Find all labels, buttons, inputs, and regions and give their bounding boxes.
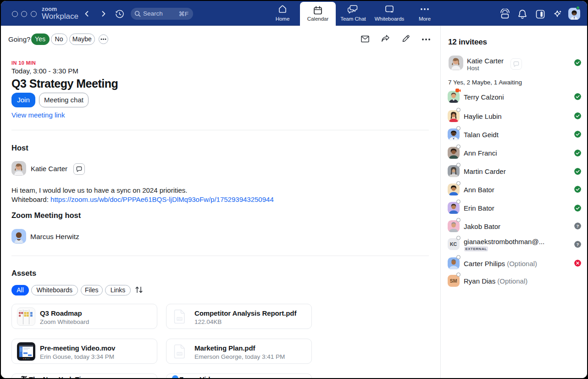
svg-text:PDF: PDF bbox=[177, 352, 183, 355]
svg-text:?: ? bbox=[577, 242, 579, 246]
svg-text:?: ? bbox=[577, 224, 579, 229]
svg-text:PDF: PDF bbox=[177, 318, 183, 320]
